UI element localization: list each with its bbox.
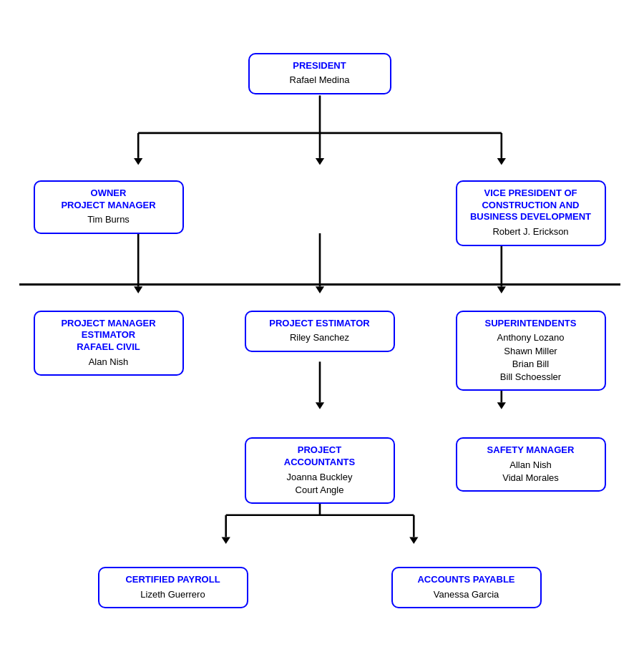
safety-manager-node: SAFETY MANAGER Allan Nish Vidal Morales [456, 437, 606, 492]
accounts-payable-node: ACCOUNTS PAYABLE Vanessa Garcia [391, 567, 542, 608]
pm-estimator-node: PROJECT MANAGER ESTIMATOR RAFAEL CIVIL A… [34, 311, 184, 376]
project-accountants-title: PROJECT ACCOUNTANTS [255, 444, 385, 469]
certified-payroll-title: CERTIFIED PAYROLL [108, 574, 238, 586]
pm-estimator-name: Alan Nish [44, 356, 174, 369]
certified-payroll-node: CERTIFIED PAYROLL Lizeth Guerrero [98, 567, 248, 608]
safety-manager-title: SAFETY MANAGER [466, 444, 596, 457]
superintendents-name: Anthony Lozano Shawn Miller Brian Bill B… [466, 331, 596, 384]
president-title: PRESIDENT [258, 60, 381, 72]
president-node: PRESIDENT Rafael Medina [248, 53, 391, 94]
accounts-payable-name: Vanessa Garcia [401, 588, 532, 601]
superintendents-title: SUPERINTENDENTS [466, 318, 596, 330]
project-accountants-name: Joanna Buckley Court Angle [255, 471, 385, 497]
safety-manager-name: Allan Nish Vidal Morales [466, 459, 596, 484]
owner-pm-title: OWNER PROJECT MANAGER [44, 188, 174, 212]
org-chart: PRESIDENT Rafael Medina OWNER PROJECT MA… [19, 42, 620, 630]
vp-name: Robert J. Erickson [466, 225, 596, 238]
project-estimator-title: PROJECT ESTIMATOR [255, 318, 385, 330]
project-estimator-name: Riley Sanchez [255, 331, 385, 344]
owner-pm-name: Tim Burns [44, 213, 174, 226]
project-accountants-node: PROJECT ACCOUNTANTS Joanna Buckley Court… [245, 437, 395, 504]
president-name: Rafael Medina [258, 74, 381, 87]
certified-payroll-name: Lizeth Guerrero [108, 588, 238, 601]
vp-node: VICE PRESIDENT OF CONSTRUCTION AND BUSIN… [456, 180, 606, 246]
vp-title: VICE PRESIDENT OF CONSTRUCTION AND BUSIN… [466, 188, 596, 224]
pm-estimator-title: PROJECT MANAGER ESTIMATOR RAFAEL CIVIL [44, 318, 174, 354]
project-estimator-node: PROJECT ESTIMATOR Riley Sanchez [245, 311, 395, 352]
superintendents-node: SUPERINTENDENTS Anthony Lozano Shawn Mil… [456, 311, 606, 391]
accounts-payable-title: ACCOUNTS PAYABLE [401, 574, 532, 586]
owner-pm-node: OWNER PROJECT MANAGER Tim Burns [34, 180, 184, 234]
